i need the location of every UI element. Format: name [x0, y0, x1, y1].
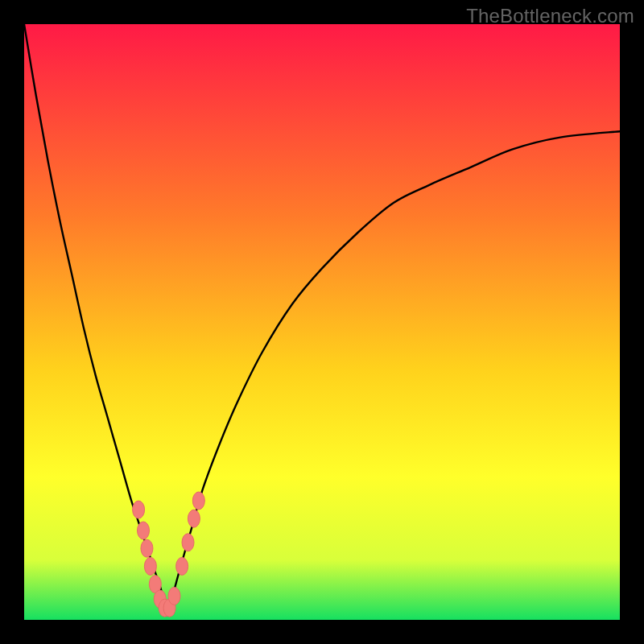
marker-dot	[188, 510, 200, 527]
marker-dot	[176, 557, 188, 575]
marker-dot	[182, 534, 194, 551]
marker-dot	[138, 522, 150, 539]
chart-frame: TheBottleneck.com	[0, 0, 644, 644]
watermark-text: TheBottleneck.com	[466, 5, 634, 27]
curve-layer	[24, 24, 620, 620]
marker-dot	[141, 539, 153, 557]
marker-dot	[133, 501, 145, 518]
marker-dot	[168, 587, 180, 605]
left-branch-line	[24, 24, 165, 608]
marker-group	[133, 492, 205, 617]
marker-dot	[144, 557, 156, 575]
marker-dot	[192, 492, 204, 510]
plot-area	[24, 24, 620, 620]
right-branch-line	[170, 131, 620, 608]
